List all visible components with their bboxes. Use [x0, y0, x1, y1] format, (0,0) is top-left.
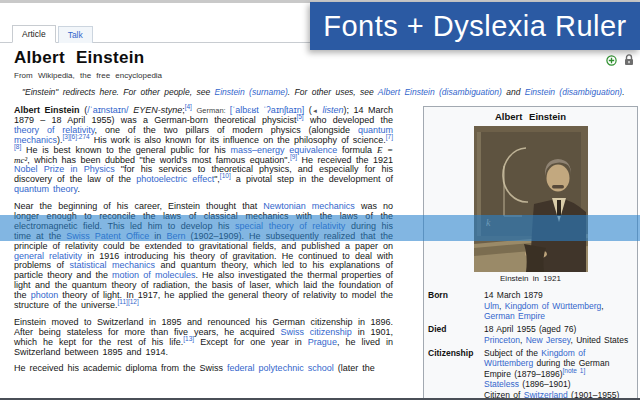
citation-link[interactable]: [4] [185, 103, 192, 110]
citation-link[interactable]: [note 1] [563, 367, 586, 374]
text-segment: He received his academic diploma from th… [14, 363, 227, 373]
text-segment: and [502, 87, 525, 97]
citation-link[interactable]: [10] [220, 172, 231, 179]
wiki-link[interactable]: photon [31, 290, 59, 300]
infobox-value: 14 March 1879Ulm, Kingdom of Württemberg… [484, 290, 633, 321]
wiki-link[interactable]: listen [322, 105, 343, 115]
text-segment: "Einstein" redirects here. For other peo… [22, 87, 215, 97]
text-segment: 14 March 1879 [484, 290, 543, 300]
wiki-link[interactable]: general relativity [14, 251, 82, 261]
text-segment: ( [80, 105, 88, 115]
infobox-value: Subject of the Kingdom of Württemberg du… [484, 348, 633, 400]
wiki-link[interactable]: Swiss citizenship [280, 327, 351, 337]
text-segment: Albert Einstein [14, 105, 80, 115]
infobox-row-citizenship: Citizenship Subject of the Kingdom of Wü… [426, 346, 635, 400]
text-segment: He is best known to the general public f… [21, 145, 230, 155]
wiki-link[interactable]: [ˈalbɛʁt ˈʔaɪnʃtaɪn] [230, 105, 305, 115]
citation-link[interactable]: [3][6]:274 [63, 133, 90, 140]
wiki-link[interactable]: Princeton [484, 335, 520, 345]
text-segment: Except for one year in [194, 337, 308, 347]
wiki-link[interactable]: federal polytechnic school [227, 363, 334, 373]
text-segment: ◄ [312, 108, 318, 114]
wiki-link[interactable]: Einstein (disambiguation) [525, 87, 622, 97]
article-content: Albert Einstein From Wikipedia, the free… [0, 44, 640, 400]
text-segment: a pivotal step in the development of [231, 174, 393, 184]
wiki-link[interactable]: Stateless [484, 379, 519, 389]
svg-text:k: k [486, 217, 491, 228]
text-segment: Subject of the [484, 348, 541, 358]
text-segment: (later the [334, 363, 375, 373]
wiki-link[interactable]: motion of molecules [112, 270, 195, 280]
wiki-link[interactable]: special theory of relativity [235, 221, 345, 231]
page-indicator-icons [606, 54, 634, 66]
text-segment: formula [337, 145, 377, 155]
wiki-link[interactable]: statistical mechanics [69, 260, 155, 270]
text-segment: theory of light. In 1917, he applied the… [14, 290, 393, 310]
infobox-label: Citizenship [428, 348, 484, 400]
citation-link[interactable]: [13] [183, 335, 194, 342]
good-article-plus-icon[interactable] [606, 55, 617, 66]
wiki-link[interactable]: /ˈaɪnstaɪn/ [87, 105, 128, 115]
infobox-row-born: Born 14 March 1879Ulm, Kingdom of Württe… [426, 288, 635, 322]
tab-talk[interactable]: Talk [58, 26, 93, 43]
text-segment: His work is also known for its influence… [90, 135, 386, 145]
text-segment: , which has been dubbed "the world's mos… [27, 155, 290, 165]
text-segment: . For other uses, see [288, 87, 378, 97]
text-segment: He received the 1921 [297, 155, 393, 165]
text-segment: in [149, 231, 166, 241]
text-segment: (1896–1901) [519, 379, 571, 389]
hatnote: "Einstein" redirects here. For other peo… [22, 87, 636, 98]
text-segment: 18 April 1955 (aged 76) [484, 324, 576, 334]
site-subtitle: From Wikipedia, the free encyclopedia [14, 71, 638, 80]
wiki-link[interactable]: Swiss Patent Office [66, 231, 149, 241]
infobox-value: 18 April 1955 (aged 76)Princeton, New Je… [484, 324, 633, 345]
wiki-link[interactable]: Albert Einstein (disambiguation) [378, 87, 502, 97]
text-segment: EYEN-styne [133, 105, 182, 115]
text-segment: , United States [570, 335, 628, 345]
protection-lock-icon[interactable] [624, 54, 634, 66]
tab-article[interactable]: Article [12, 25, 56, 43]
text-segment: who developed the [304, 115, 393, 125]
wiki-link[interactable]: Newtonian mechanics [263, 201, 355, 211]
wiki-link[interactable]: quantum theory [14, 184, 77, 194]
wiki-link[interactable]: Einstein (surname) [215, 87, 288, 97]
text-segment: . [622, 87, 624, 97]
citation-link[interactable]: [5] [296, 113, 303, 120]
text-segment: , one of the two pillars of modern physi… [95, 125, 358, 135]
extension-promo-banner-label: Fonts + Dyslexia Ruler [323, 10, 627, 43]
wiki-link[interactable]: German Empire [484, 311, 545, 321]
infobox-title: Albert Einstein [426, 109, 635, 126]
text-segment: ( [304, 105, 312, 115]
wiki-link[interactable]: Prague [308, 337, 337, 347]
einstein-photo[interactable]: k [426, 126, 635, 272]
text-segment: , [601, 301, 603, 311]
wiki-link[interactable]: Kingdom of Württemberg [505, 301, 601, 311]
text-segment: Near the beginning of his career, Einste… [14, 201, 263, 211]
wiki-link[interactable]: New Jersey [526, 335, 571, 345]
infobox-caption: Einstein in 1921 [426, 272, 635, 288]
infobox-label: Born [428, 290, 484, 321]
wiki-link[interactable]: photoelectric effect [136, 174, 214, 184]
text-segment: German: [196, 106, 229, 115]
text-segment: . [77, 184, 80, 194]
infobox: Albert Einstein k [423, 106, 638, 400]
page-title: Albert Einstein [14, 48, 638, 68]
citation-link[interactable]: [11][12] [118, 298, 139, 305]
wiki-link[interactable]: mass–energy equivalence [230, 145, 337, 155]
wiki-link[interactable]: Ulm [484, 301, 499, 311]
infobox-row-died: Died 18 April 1955 (aged 76)Princeton, N… [426, 322, 635, 346]
extension-promo-banner: Fonts + Dyslexia Ruler [310, 2, 640, 50]
article-body: Albert Einstein k [14, 106, 638, 374]
infobox-label: Died [428, 324, 484, 345]
wiki-link[interactable]: Bern [166, 231, 185, 241]
wiki-link[interactable]: Nobel Prize in Physics [14, 164, 115, 174]
